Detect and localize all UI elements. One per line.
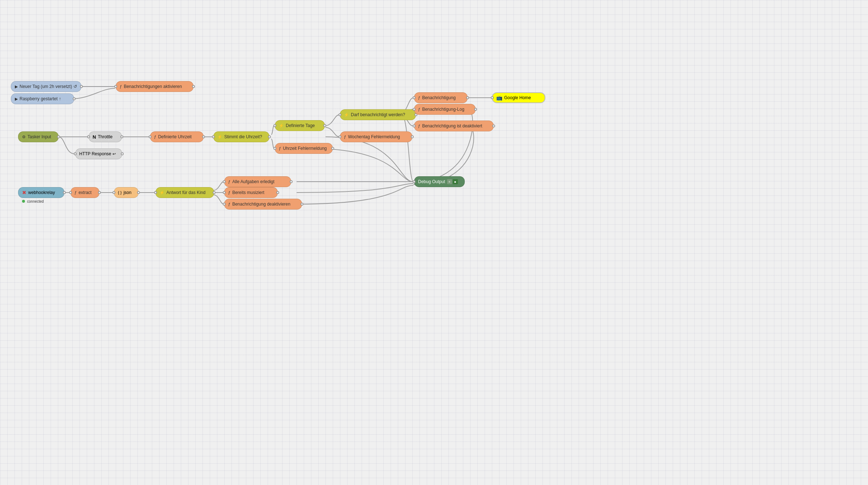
func-icon6: ƒ xyxy=(418,107,420,111)
port-right xyxy=(63,191,66,194)
tasker-icon: ⚙ xyxy=(22,135,26,139)
func-icon11: ƒ xyxy=(228,202,230,206)
port-right xyxy=(192,85,195,88)
func-icon8: ƒ xyxy=(75,190,77,195)
port-right xyxy=(120,135,123,138)
switch-icon4: ⚡ xyxy=(159,190,165,195)
port-right xyxy=(466,96,469,99)
port-left xyxy=(273,147,276,150)
http-response-label: HTTP Response xyxy=(79,151,111,156)
webhookrelay-node[interactable]: ✖ webhookrelay connected xyxy=(18,187,64,198)
port-left xyxy=(212,135,215,138)
benachrichtigung-log-label: Benachrichtigung-Log xyxy=(422,107,464,112)
benachrichtigung-deaktivieren-node[interactable]: ƒ Benachrichtigung deaktivieren xyxy=(224,199,302,210)
definierte-tage-node[interactable]: ⚡ Definierte Tage xyxy=(275,120,325,131)
benachrichtigung-deaktiviert-node[interactable]: ƒ Benachrichtigung ist deaktiviert xyxy=(414,121,494,131)
port-right xyxy=(301,203,303,206)
port-left xyxy=(114,85,117,88)
flow-connections xyxy=(0,0,868,485)
neuer-tag-label: Neuer Tag (um 2h versetzt) ↺ xyxy=(20,84,77,89)
port-right xyxy=(202,135,205,138)
darf-benachrichtigt-node[interactable]: ⚡ Darf benachrichtigt werden? xyxy=(340,109,416,120)
debug-green-icon: ■ xyxy=(453,179,458,184)
port-right xyxy=(73,97,76,100)
webhookrelay-status: connected xyxy=(22,199,44,203)
port-left xyxy=(112,191,115,194)
switch-icon3: ⚡ xyxy=(344,113,349,117)
darf-benachrichtigt-label: Darf benachrichtigt werden? xyxy=(351,112,405,117)
func-icon2: ƒ xyxy=(154,135,156,139)
benachrichtigung-deaktiviert-label: Benachrichtigung ist deaktiviert xyxy=(422,123,482,128)
tasker-input-node[interactable]: ⚙ Tasker Input xyxy=(18,131,59,142)
switch-icon: ⚡ xyxy=(217,135,222,139)
throttle-icon: N xyxy=(93,134,96,140)
debug-output-label: Debug Output xyxy=(418,179,445,184)
func-icon3: ƒ xyxy=(279,146,281,151)
port-left xyxy=(149,135,152,138)
antwort-kind-node[interactable]: ⚡ Antwort für das Kind xyxy=(156,187,214,198)
port-right xyxy=(213,191,216,194)
port-left xyxy=(154,191,157,194)
func-icon10: ƒ xyxy=(228,190,230,195)
uhrzeit-fehlermeldung-node[interactable]: ƒ Uhrzeit Fehlermeldung xyxy=(275,143,333,154)
func-icon: ƒ xyxy=(120,84,122,89)
port-left xyxy=(69,191,72,194)
benachrichtigung-label: Benachrichtigung xyxy=(422,95,456,100)
status-dot xyxy=(22,200,25,203)
webhookrelay-icon: ✖ xyxy=(22,190,26,195)
json-icon: { } xyxy=(118,190,122,195)
extract-node[interactable]: ƒ extract xyxy=(71,187,99,198)
google-home-icon: 📺 xyxy=(496,95,502,101)
port-left xyxy=(339,135,341,138)
antwort-kind-label: Antwort für das Kind xyxy=(166,190,205,195)
func-icon7: ƒ xyxy=(418,124,420,128)
port-right xyxy=(276,191,279,194)
http-response-node[interactable]: HTTP Response ↩ xyxy=(75,148,122,159)
port-right xyxy=(492,125,495,127)
wochentag-fehlermeldung-node[interactable]: ƒ Wochentag Fehlermeldung xyxy=(340,131,412,142)
throttle-label: Throttle xyxy=(98,134,112,139)
func-icon4: ƒ xyxy=(344,135,346,139)
definierte-uhrzeit-node[interactable]: ƒ Definierte Uhrzeit xyxy=(150,131,204,142)
port-left xyxy=(413,96,416,99)
benachrichtigung-log-node[interactable]: ƒ Benachrichtigung-Log xyxy=(414,104,476,115)
throttle-node[interactable]: N Throttle xyxy=(89,131,122,142)
debug-icons: ≡ ■ xyxy=(447,179,458,184)
port-right xyxy=(331,147,334,150)
bereits-musiziert-node[interactable]: ƒ Bereits musiziert xyxy=(224,187,278,198)
port-right xyxy=(80,85,83,88)
webhookrelay-label: webhookrelay xyxy=(28,190,55,195)
port-left xyxy=(339,113,341,116)
port-right xyxy=(137,191,140,194)
uhrzeit-fehlermeldung-label: Uhrzeit Fehlermeldung xyxy=(283,146,327,151)
google-home-node[interactable]: 📺 Google Home xyxy=(492,92,545,103)
benachrichtigungen-aktivieren-node[interactable]: ƒ Benachrichtigungen aktivieren xyxy=(116,81,193,92)
stimmt-uhrzeit-label: Stimmt die Uhrzeit? xyxy=(224,134,262,139)
debug-output-node[interactable]: Debug Output ≡ ■ xyxy=(414,176,465,187)
bereits-musiziert-label: Bereits musiziert xyxy=(232,190,264,195)
neuer-tag-node[interactable]: ▶ Neuer Tag (um 2h versetzt) ↺ xyxy=(11,81,81,92)
port-left xyxy=(491,96,494,99)
google-home-label: Google Home xyxy=(504,95,531,100)
raspberry-node[interactable]: ▶ Raspberry gestartet ↑ xyxy=(11,93,74,104)
port-right xyxy=(268,135,271,138)
raspberry-label: Raspberry gestartet ↑ xyxy=(20,96,61,101)
inject-icon2: ▶ xyxy=(15,97,18,101)
port-left xyxy=(273,124,276,127)
benachrichtigung-node[interactable]: ƒ Benachrichtigung xyxy=(414,92,468,103)
json-node[interactable]: { } json xyxy=(114,187,139,198)
alle-aufgaben-node[interactable]: ƒ Alle Aufgaben erledigt xyxy=(224,176,291,187)
wochentag-fehlermeldung-label: Wochentag Fehlermeldung xyxy=(348,134,400,139)
port-right xyxy=(474,108,477,111)
benachrichtigungen-label: Benachrichtigungen aktivieren xyxy=(124,84,182,89)
port-left xyxy=(87,135,90,138)
debug-list-icon: ≡ xyxy=(447,179,452,184)
port-left xyxy=(74,152,77,155)
definierte-uhrzeit-label: Definierte Uhrzeit xyxy=(158,134,192,139)
definierte-tage-label: Definierte Tage xyxy=(286,123,315,128)
json-label: json xyxy=(123,190,131,195)
stimmt-die-uhrzeit-node[interactable]: ⚡ Stimmt die Uhrzeit? xyxy=(213,131,269,142)
switch-icon2: ⚡ xyxy=(279,123,284,128)
port-right xyxy=(290,180,293,183)
inject-icon: ▶ xyxy=(15,84,18,89)
